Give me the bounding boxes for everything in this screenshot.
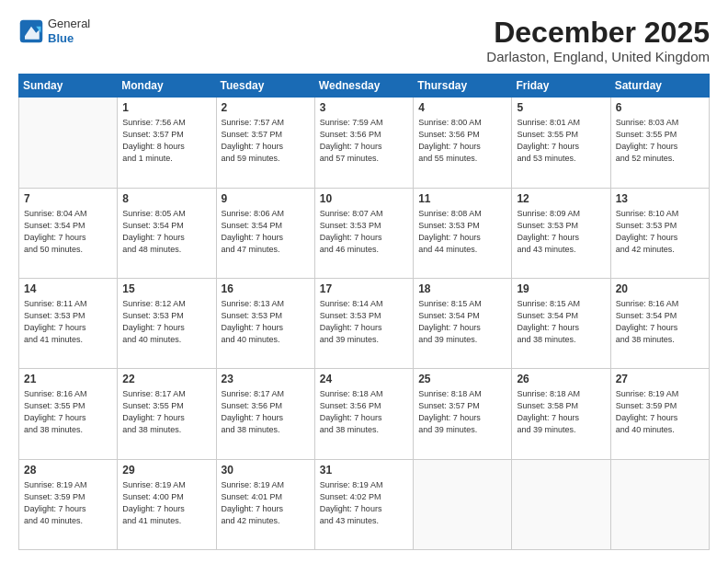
- calendar-cell: 20Sunrise: 8:16 AM Sunset: 3:54 PM Dayli…: [610, 278, 709, 368]
- day-number: 25: [418, 373, 506, 385]
- week-row-5: 28Sunrise: 8:19 AM Sunset: 3:59 PM Dayli…: [19, 459, 710, 549]
- day-info: Sunrise: 8:11 AM Sunset: 3:53 PM Dayligh…: [24, 298, 112, 346]
- day-info: Sunrise: 8:06 AM Sunset: 3:54 PM Dayligh…: [222, 208, 310, 256]
- day-number: 2: [222, 101, 310, 114]
- day-number: 30: [222, 464, 310, 477]
- calendar-cell: 30Sunrise: 8:19 AM Sunset: 4:01 PM Dayli…: [216, 459, 314, 549]
- day-number: 26: [517, 373, 605, 385]
- day-number: 27: [616, 373, 704, 385]
- calendar-cell: 23Sunrise: 8:17 AM Sunset: 3:56 PM Dayli…: [216, 369, 314, 459]
- calendar-cell: 3Sunrise: 7:59 AM Sunset: 3:56 PM Daylig…: [314, 98, 413, 188]
- day-number: 21: [24, 373, 112, 385]
- calendar-cell: 31Sunrise: 8:19 AM Sunset: 4:02 PM Dayli…: [314, 459, 413, 549]
- calendar-cell: 6Sunrise: 8:03 AM Sunset: 3:55 PM Daylig…: [610, 98, 709, 188]
- day-info: Sunrise: 8:17 AM Sunset: 3:56 PM Dayligh…: [222, 388, 310, 436]
- calendar-cell: 10Sunrise: 8:07 AM Sunset: 3:53 PM Dayli…: [314, 188, 413, 278]
- day-info: Sunrise: 8:18 AM Sunset: 3:56 PM Dayligh…: [320, 388, 408, 436]
- calendar-cell: 7Sunrise: 8:04 AM Sunset: 3:54 PM Daylig…: [19, 188, 118, 278]
- calendar-cell: 8Sunrise: 8:05 AM Sunset: 3:54 PM Daylig…: [118, 188, 216, 278]
- calendar-cell: 11Sunrise: 8:08 AM Sunset: 3:53 PM Dayli…: [414, 188, 512, 278]
- day-info: Sunrise: 8:19 AM Sunset: 3:59 PM Dayligh…: [24, 479, 112, 527]
- calendar-cell: 14Sunrise: 8:11 AM Sunset: 3:53 PM Dayli…: [19, 278, 118, 368]
- day-header-thursday: Thursday: [414, 75, 512, 98]
- day-number: 10: [320, 192, 408, 205]
- header: General Blue December 2025 Darlaston, En…: [18, 17, 710, 64]
- logo-text: General Blue: [48, 17, 90, 45]
- day-number: 1: [122, 101, 210, 114]
- day-info: Sunrise: 8:14 AM Sunset: 3:53 PM Dayligh…: [320, 298, 408, 346]
- calendar-cell: 17Sunrise: 8:14 AM Sunset: 3:53 PM Dayli…: [314, 278, 413, 368]
- calendar-cell: 24Sunrise: 8:18 AM Sunset: 3:56 PM Dayli…: [314, 369, 413, 459]
- title-block: December 2025 Darlaston, England, United…: [486, 17, 710, 64]
- day-number: 29: [122, 464, 210, 477]
- logo: General Blue: [18, 17, 90, 45]
- day-number: 8: [122, 192, 210, 205]
- day-header-tuesday: Tuesday: [216, 75, 314, 98]
- day-number: 17: [320, 282, 408, 295]
- day-number: 3: [320, 101, 408, 114]
- calendar-cell: 21Sunrise: 8:16 AM Sunset: 3:55 PM Dayli…: [19, 369, 118, 459]
- day-number: 14: [24, 282, 112, 295]
- day-number: 28: [24, 464, 112, 477]
- day-number: 12: [517, 192, 605, 205]
- calendar-cell: 2Sunrise: 7:57 AM Sunset: 3:57 PM Daylig…: [216, 98, 314, 188]
- day-number: 4: [418, 101, 506, 114]
- calendar-table: SundayMondayTuesdayWednesdayThursdayFrid…: [18, 74, 710, 550]
- calendar-cell: 15Sunrise: 8:12 AM Sunset: 3:53 PM Dayli…: [118, 278, 216, 368]
- day-header-sunday: Sunday: [19, 75, 118, 98]
- day-info: Sunrise: 8:19 AM Sunset: 4:01 PM Dayligh…: [222, 479, 310, 527]
- calendar-cell: 12Sunrise: 8:09 AM Sunset: 3:53 PM Dayli…: [512, 188, 610, 278]
- day-header-wednesday: Wednesday: [314, 75, 413, 98]
- month-title: December 2025: [486, 17, 710, 49]
- day-info: Sunrise: 8:09 AM Sunset: 3:53 PM Dayligh…: [517, 208, 605, 256]
- day-number: 18: [418, 282, 506, 295]
- calendar-cell: 26Sunrise: 8:18 AM Sunset: 3:58 PM Dayli…: [512, 369, 610, 459]
- calendar-cell: [610, 459, 709, 549]
- calendar-cell: [19, 98, 118, 188]
- logo-icon: [18, 18, 44, 44]
- calendar-cell: 19Sunrise: 8:15 AM Sunset: 3:54 PM Dayli…: [512, 278, 610, 368]
- calendar-cell: 25Sunrise: 8:18 AM Sunset: 3:57 PM Dayli…: [414, 369, 512, 459]
- day-number: 13: [616, 192, 704, 205]
- day-number: 5: [517, 101, 605, 114]
- day-info: Sunrise: 8:03 AM Sunset: 3:55 PM Dayligh…: [616, 117, 704, 165]
- day-header-saturday: Saturday: [610, 75, 709, 98]
- day-number: 20: [616, 282, 704, 295]
- calendar-cell: 18Sunrise: 8:15 AM Sunset: 3:54 PM Dayli…: [414, 278, 512, 368]
- day-info: Sunrise: 8:12 AM Sunset: 3:53 PM Dayligh…: [122, 298, 210, 346]
- day-info: Sunrise: 7:57 AM Sunset: 3:57 PM Dayligh…: [222, 117, 310, 165]
- week-row-4: 21Sunrise: 8:16 AM Sunset: 3:55 PM Dayli…: [19, 369, 710, 459]
- day-info: Sunrise: 8:16 AM Sunset: 3:55 PM Dayligh…: [24, 388, 112, 436]
- day-number: 9: [222, 192, 310, 205]
- day-info: Sunrise: 8:10 AM Sunset: 3:53 PM Dayligh…: [616, 208, 704, 256]
- calendar-cell: 27Sunrise: 8:19 AM Sunset: 3:59 PM Dayli…: [610, 369, 709, 459]
- day-number: 11: [418, 192, 506, 205]
- location-subtitle: Darlaston, England, United Kingdom: [486, 49, 710, 64]
- calendar-cell: 29Sunrise: 8:19 AM Sunset: 4:00 PM Dayli…: [118, 459, 216, 549]
- day-info: Sunrise: 8:16 AM Sunset: 3:54 PM Dayligh…: [616, 298, 704, 346]
- page: General Blue December 2025 Darlaston, En…: [0, 0, 728, 563]
- day-number: 19: [517, 282, 605, 295]
- calendar-cell: 22Sunrise: 8:17 AM Sunset: 3:55 PM Dayli…: [118, 369, 216, 459]
- calendar-cell: 13Sunrise: 8:10 AM Sunset: 3:53 PM Dayli…: [610, 188, 709, 278]
- day-info: Sunrise: 8:15 AM Sunset: 3:54 PM Dayligh…: [517, 298, 605, 346]
- day-info: Sunrise: 8:18 AM Sunset: 3:58 PM Dayligh…: [517, 388, 605, 436]
- day-number: 15: [122, 282, 210, 295]
- calendar-header-row: SundayMondayTuesdayWednesdayThursdayFrid…: [19, 75, 710, 98]
- calendar-cell: 1Sunrise: 7:56 AM Sunset: 3:57 PM Daylig…: [118, 98, 216, 188]
- day-number: 6: [616, 101, 704, 114]
- day-info: Sunrise: 8:15 AM Sunset: 3:54 PM Dayligh…: [418, 298, 506, 346]
- day-info: Sunrise: 8:13 AM Sunset: 3:53 PM Dayligh…: [222, 298, 310, 346]
- day-info: Sunrise: 8:05 AM Sunset: 3:54 PM Dayligh…: [122, 208, 210, 256]
- day-info: Sunrise: 7:56 AM Sunset: 3:57 PM Dayligh…: [122, 117, 210, 165]
- calendar-cell: [512, 459, 610, 549]
- week-row-2: 7Sunrise: 8:04 AM Sunset: 3:54 PM Daylig…: [19, 188, 710, 278]
- week-row-1: 1Sunrise: 7:56 AM Sunset: 3:57 PM Daylig…: [19, 98, 710, 188]
- day-number: 7: [24, 192, 112, 205]
- calendar-cell: 9Sunrise: 8:06 AM Sunset: 3:54 PM Daylig…: [216, 188, 314, 278]
- day-info: Sunrise: 8:17 AM Sunset: 3:55 PM Dayligh…: [122, 388, 210, 436]
- day-number: 31: [320, 464, 408, 477]
- calendar-cell: 16Sunrise: 8:13 AM Sunset: 3:53 PM Dayli…: [216, 278, 314, 368]
- day-info: Sunrise: 8:19 AM Sunset: 3:59 PM Dayligh…: [616, 388, 704, 436]
- day-number: 24: [320, 373, 408, 385]
